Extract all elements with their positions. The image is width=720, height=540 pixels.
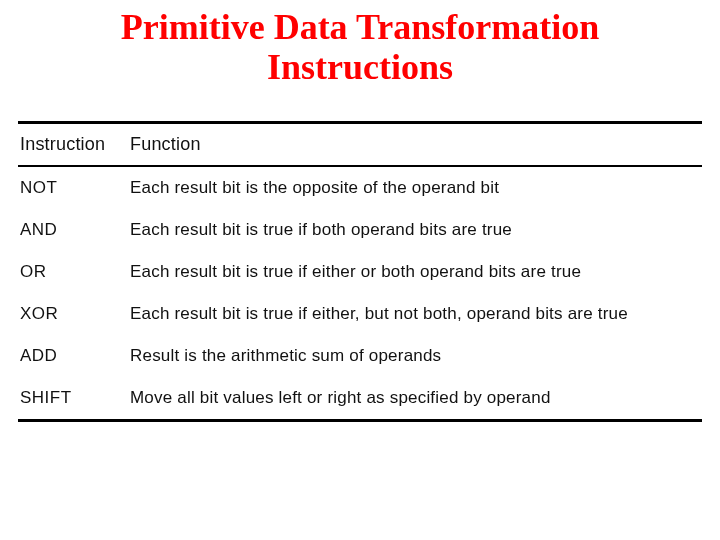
header-function: Function [128, 123, 702, 167]
cell-function: Each result bit is true if either or bot… [128, 251, 702, 293]
cell-instruction: ADD [18, 335, 128, 377]
cell-function: Each result bit is true if both operand … [128, 209, 702, 251]
cell-function: Move all bit values left or right as spe… [128, 377, 702, 421]
header-instruction: Instruction [18, 123, 128, 167]
table-row: ADD Result is the arithmetic sum of oper… [18, 335, 702, 377]
cell-function: Each result bit is the opposite of the o… [128, 166, 702, 209]
cell-instruction: NOT [18, 166, 128, 209]
cell-instruction: XOR [18, 293, 128, 335]
table-row: NOT Each result bit is the opposite of t… [18, 166, 702, 209]
table-row: SHIFT Move all bit values left or right … [18, 377, 702, 421]
table-header-row: Instruction Function [18, 123, 702, 167]
cell-function: Each result bit is true if either, but n… [128, 293, 702, 335]
cell-instruction: OR [18, 251, 128, 293]
cell-function: Result is the arithmetic sum of operands [128, 335, 702, 377]
page-title: Primitive Data Transformation Instructio… [0, 0, 720, 91]
table-container: Instruction Function NOT Each result bit… [0, 91, 720, 422]
table-row: XOR Each result bit is true if either, b… [18, 293, 702, 335]
table-row: AND Each result bit is true if both oper… [18, 209, 702, 251]
cell-instruction: SHIFT [18, 377, 128, 421]
instructions-table: Instruction Function NOT Each result bit… [18, 121, 702, 422]
title-line-1: Primitive Data Transformation [121, 7, 600, 47]
title-line-2: Instructions [267, 47, 453, 87]
table-row: OR Each result bit is true if either or … [18, 251, 702, 293]
cell-instruction: AND [18, 209, 128, 251]
